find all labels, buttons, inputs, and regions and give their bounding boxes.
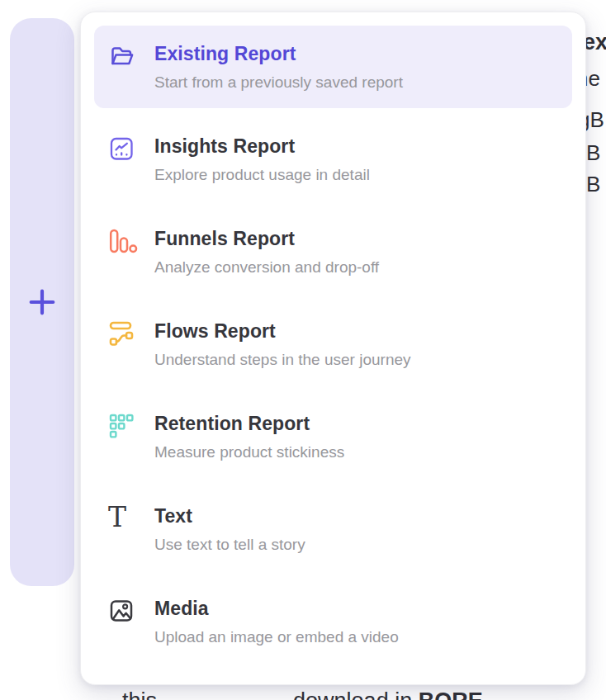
folder-open-icon: [108, 43, 138, 71]
add-content-menu: Existing Report Start from a previously …: [80, 12, 586, 685]
menu-item-description: Measure product stickiness: [154, 442, 344, 461]
background-text-fragment: ex: [583, 31, 606, 54]
background-text-fragment: this download in: [122, 688, 419, 700]
background-text-fragment: B: [586, 173, 600, 195]
menu-item-insights-report[interactable]: Insights Report Explore product usage in…: [94, 118, 572, 201]
background-text-fragment: B: [586, 142, 600, 163]
board-add-column: [10, 18, 74, 586]
menu-item-title: Insights Report: [154, 135, 370, 158]
menu-item-media[interactable]: Media Upload an image or embed a video: [94, 580, 572, 663]
menu-item-title: Funnels Report: [154, 227, 379, 250]
flows-icon: [108, 320, 138, 348]
background-text-fragment: this download in BORE: [122, 689, 483, 700]
menu-item-title: Existing Report: [154, 42, 403, 65]
menu-item-text[interactable]: T Text Use text to tell a story: [94, 488, 572, 570]
plus-icon: [26, 286, 58, 318]
insights-chart-icon: [108, 135, 138, 163]
menu-item-retention-report[interactable]: Retention Report Measure product stickin…: [94, 395, 572, 478]
menu-item-title: Text: [154, 504, 305, 527]
text-icon: T: [108, 505, 138, 533]
menu-item-description: Use text to tell a story: [154, 535, 305, 554]
menu-item-title: Media: [154, 597, 399, 620]
menu-item-existing-report[interactable]: Existing Report Start from a previously …: [94, 26, 572, 108]
add-content-button[interactable]: [26, 286, 59, 319]
background-text-fragment: BORE: [419, 688, 483, 700]
menu-item-title: Retention Report: [154, 412, 344, 435]
funnel-bars-icon: [108, 228, 138, 256]
retention-grid-icon: [108, 413, 138, 441]
media-image-icon: [108, 598, 138, 626]
menu-item-flows-report[interactable]: Flows Report Understand steps in the use…: [94, 303, 572, 385]
menu-item-description: Upload an image or embed a video: [154, 627, 399, 646]
menu-item-description: Explore product usage in detail: [154, 165, 370, 184]
menu-item-description: Start from a previously saved report: [154, 73, 403, 92]
menu-item-title: Flows Report: [154, 319, 411, 343]
menu-item-funnels-report[interactable]: Funnels Report Analyze conversion and dr…: [94, 210, 572, 293]
menu-item-description: Analyze conversion and drop-off: [154, 258, 379, 277]
menu-item-description: Understand steps in the user journey: [154, 350, 411, 369]
